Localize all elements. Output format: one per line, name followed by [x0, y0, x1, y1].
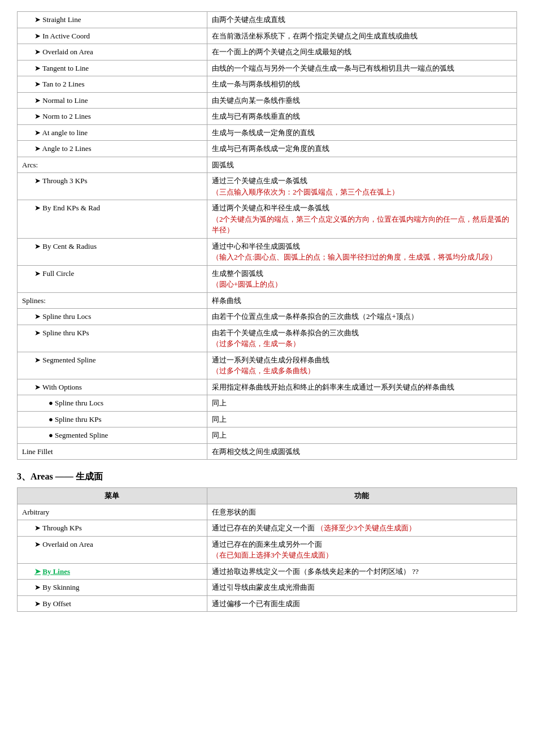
- table-row: ● Spline thru KPs 同上: [18, 411, 517, 427]
- arrow-icon: ➤: [34, 329, 41, 337]
- arrow-icon: ➤: [34, 144, 41, 153]
- arrow-icon: ➤: [34, 599, 41, 608]
- func-text: 生成与已有两条线垂直的线: [212, 112, 300, 120]
- menu-item: By Cent & Radius: [42, 242, 97, 250]
- func-text-red: （选择至少3个关键点生成面）: [316, 524, 416, 532]
- func-text: 同上: [212, 431, 227, 439]
- func-text-red: （输入2个点:圆心点、圆弧上的点；输入圆半径扫过的角度，生成弧，将弧均分成几段）: [212, 253, 497, 261]
- line-fillet-row: Line Fillet 在两相交线之间生成圆弧线: [18, 443, 517, 460]
- bullet-icon: ●: [49, 399, 53, 407]
- arrow-icon: ➤: [34, 96, 41, 105]
- func-text: 通过一系列关键点生成分段样条曲线: [212, 356, 329, 364]
- menu-item: Overlaid on Area: [42, 47, 93, 56]
- func-text: 由关键点向某一条线作垂线: [212, 96, 300, 105]
- func-text-extra: ??: [412, 567, 419, 576]
- lines-table: ➤ Straight Line 由两个关键点生成直线 ➤ In Active C…: [17, 11, 517, 460]
- menu-item: In Active Coord: [42, 32, 90, 40]
- arrow-icon: ➤: [34, 47, 41, 56]
- func-text-red: （圆心+圆弧上的点）: [212, 280, 282, 288]
- areas-table: 菜单 功能 Arbitrary 任意形状的面 ➤ Through KPs 通过已…: [17, 487, 517, 612]
- func-text: 通过已存在的面来生成另外一个面: [212, 540, 322, 548]
- menu-item: Full Circle: [42, 269, 74, 278]
- func-text: 通过引导线由蒙皮生成光滑曲面: [212, 583, 315, 591]
- splines-header-row: Splines: 样条曲线: [18, 292, 517, 309]
- func-text: 由若干个位置点生成一条样条拟合的三次曲线（2个端点+顶点）: [212, 312, 418, 321]
- menu-item: At angle to line: [42, 128, 88, 137]
- func-text: 在一个面上的两个关键点之间生成最短的线: [212, 47, 351, 56]
- func-text: 通过偏移一个已有面生成面: [212, 599, 300, 608]
- table-row: ● Segmented Spline 同上: [18, 427, 517, 444]
- table-row: ➤ Through 3 KPs 通过三个关键点生成一条弧线 （三点输入顺序依次为…: [18, 173, 517, 200]
- arrow-icon: ➤: [34, 15, 41, 24]
- arrow-icon: ➤: [34, 567, 41, 576]
- col-header-menu: 菜单: [18, 488, 207, 504]
- func-text: 通过两个关键点和半径生成一条弧线: [212, 204, 329, 212]
- arrow-icon: ➤: [34, 583, 41, 591]
- table-row: ➤ By Skinning 通过引导线由蒙皮生成光滑曲面: [18, 580, 517, 596]
- section-label: Arbitrary: [22, 508, 49, 516]
- menu-item: By Skinning: [42, 583, 79, 591]
- splines-label: Splines:: [22, 296, 46, 305]
- func-text-red: （过多个端点，生成一条）: [212, 339, 300, 348]
- func-text: 生成与一条线成一定角度的直线: [212, 128, 315, 137]
- table-row: ➤ Tan to 2 Lines 生成一条与两条线相切的线: [18, 76, 517, 93]
- arrow-icon: ➤: [34, 80, 41, 88]
- arrow-icon: ➤: [34, 269, 41, 278]
- table-row: ➤ At angle to line 生成与一条线成一定角度的直线: [18, 124, 517, 141]
- arrow-icon: ➤: [34, 32, 41, 40]
- areas-header-row: 菜单 功能: [18, 488, 517, 504]
- func-text: 通过已存在的关键点定义一个面: [212, 524, 315, 532]
- menu-item: By Offset: [42, 599, 71, 608]
- table-row: ● Spline thru Locs 同上: [18, 395, 517, 412]
- func-text: 通过中心和半径生成圆弧线: [212, 242, 300, 250]
- table-row: ➤ By Lines 通过拾取边界线定义一个面（多条线夹起来的一个封闭区域） ?…: [18, 563, 517, 580]
- bullet-icon: ●: [49, 431, 53, 439]
- func-text: 生成一条与两条线相切的线: [212, 80, 300, 88]
- table-row: ➤ Angle to 2 Lines 生成与已有两条线成一定角度的直线: [18, 141, 517, 157]
- arrow-icon: ➤: [34, 128, 41, 137]
- arcs-label: Arcs:: [22, 161, 38, 169]
- func-text: 生成与已有两条线成一定角度的直线: [212, 144, 329, 153]
- func-text: 同上: [212, 415, 227, 424]
- arcs-func: 圆弧线: [212, 161, 234, 169]
- menu-item: Segmented Spline: [42, 356, 95, 364]
- menu-item: By End KPs & Rad: [42, 204, 100, 212]
- table-row: ➤ With Options 采用指定样条曲线开始点和终止的斜率来生成通过一系列…: [18, 379, 517, 395]
- func-text: 由线的一个端点与另外一个关键点生成一条与已有线相切且共一端点的弧线: [212, 64, 454, 72]
- menu-item: Spline thru Locs: [55, 399, 103, 407]
- menu-item: Norm to 2 Lines: [42, 112, 91, 120]
- arrow-icon: ➤: [34, 204, 41, 212]
- func-text: 在当前激活坐标系统下，在两个指定关键点之间生成直线或曲线: [212, 32, 418, 40]
- func-text: 生成整个圆弧线: [212, 269, 263, 278]
- table-row: ➤ Overlaid on Area 通过已存在的面来生成另外一个面 （在已知面…: [18, 536, 517, 563]
- table-row: ➤ Straight Line 由两个关键点生成直线: [18, 12, 517, 28]
- func-text: 由若干个关键点生成一条样条拟合的三次曲线: [212, 329, 359, 337]
- menu-item: Overlaid on Area: [42, 540, 93, 548]
- func-text-red: （在已知面上选择3个关键点生成面）: [212, 551, 333, 559]
- menu-item: Tangent to Line: [42, 64, 89, 72]
- menu-item: Normal to Line: [42, 96, 88, 105]
- arrow-icon: ➤: [34, 524, 41, 532]
- func-text-red: （2个关键点为弧的端点，第三个点定义弧的方向，位置在弧内端方向的任一点，然后是弧…: [212, 215, 510, 235]
- heading-text: 3、Areas —— 生成面: [17, 472, 103, 481]
- menu-item: Spline thru Locs: [42, 312, 91, 321]
- bullet-icon: ●: [49, 415, 53, 424]
- menu-item: By Lines: [42, 567, 70, 576]
- func-text: 通过三个关键点生成一条弧线: [212, 176, 307, 185]
- arrow-icon: ➤: [34, 312, 41, 321]
- menu-item: With Options: [42, 383, 82, 391]
- arrow-icon: ➤: [34, 176, 41, 185]
- arrow-icon: ➤: [34, 112, 41, 120]
- col-header-func: 功能: [207, 488, 516, 504]
- table-row: ➤ Segmented Spline 通过一系列关键点生成分段样条曲线 （过多个…: [18, 352, 517, 379]
- func-text: 同上: [212, 399, 227, 407]
- table-row: ➤ In Active Coord 在当前激活坐标系统下，在两个指定关键点之间生…: [18, 28, 517, 44]
- arrow-icon: ➤: [34, 64, 41, 72]
- func-text: 采用指定样条曲线开始点和终止的斜率来生成通过一系列关键点的样条曲线: [212, 383, 454, 391]
- line-fillet-label: Line Fillet: [22, 447, 53, 456]
- menu-item: Spline thru KPs: [42, 329, 89, 337]
- arrow-icon: ➤: [34, 540, 41, 548]
- splines-func: 样条曲线: [212, 296, 241, 305]
- menu-item: Tan to 2 Lines: [42, 80, 85, 88]
- func-text: 通过拾取边界线定义一个面（多条线夹起来的一个封闭区域）: [212, 567, 410, 576]
